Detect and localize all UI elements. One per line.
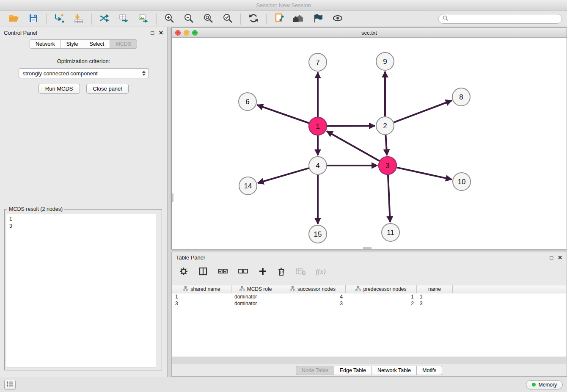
tab-network[interactable]: Network — [30, 39, 61, 49]
table-scrollbar[interactable] — [172, 357, 566, 364]
save-session-button[interactable] — [25, 12, 42, 26]
graph-node-1[interactable]: 1 — [309, 117, 327, 135]
import-table-file-button[interactable] — [70, 12, 88, 26]
apply-layout-button[interactable] — [245, 12, 262, 26]
create-column-button[interactable] — [258, 265, 267, 278]
main-toolbar — [0, 11, 567, 27]
open-folder-icon — [8, 13, 19, 25]
import-network-file-button[interactable] — [50, 12, 68, 26]
graph-node-2[interactable]: 2 — [376, 117, 394, 135]
graph-node-14[interactable]: 14 — [239, 177, 257, 195]
maximize-window-icon[interactable]: + — [192, 30, 198, 36]
tab-select[interactable]: Select — [84, 39, 110, 49]
graph-edge-3-10[interactable] — [396, 168, 451, 179]
toolbar-separator — [91, 14, 92, 25]
graph-edge-1-2[interactable] — [327, 126, 375, 126]
graph-node-3[interactable]: 3 — [379, 157, 396, 174]
control-panel-tabs: Network Style Select MCDS — [0, 39, 167, 49]
tab-network-table[interactable]: Network Table — [372, 366, 417, 375]
close-panel-button[interactable]: Close panel — [86, 84, 129, 94]
optimization-criterion-select[interactable]: strongly connected component — [19, 68, 149, 78]
table-cell: 3 — [280, 301, 346, 306]
table-row[interactable]: 3dominator323 — [172, 300, 566, 307]
graph-edge-1-6[interactable] — [257, 105, 309, 123]
column-header-successor-nodes[interactable]: successor nodes — [280, 285, 346, 293]
zoom-out-icon — [183, 13, 194, 25]
tab-edge-table[interactable]: Edge Table — [334, 366, 372, 375]
mcds-result-list[interactable]: 1 3 — [6, 214, 156, 368]
column-type-icon — [239, 286, 245, 293]
search-input[interactable] — [451, 16, 558, 22]
table-cell: 1 — [417, 294, 453, 300]
column-header-shared-name[interactable]: shared name — [172, 285, 231, 293]
float-panel-icon[interactable]: □ — [151, 30, 154, 36]
export-image-icon — [138, 13, 149, 25]
column-header-name[interactable]: name — [417, 285, 453, 293]
graph-edge-4-14[interactable] — [258, 168, 309, 183]
graph-edge-3-1[interactable] — [327, 131, 380, 161]
network-window-titlebar[interactable]: scc.txt × − + — [172, 28, 567, 38]
table-row[interactable]: 1dominator411 — [172, 293, 566, 300]
selected-criterion: strongly connected component — [23, 70, 98, 77]
float-table-panel-icon[interactable]: □ — [550, 255, 553, 260]
dropdown-arrows-icon — [142, 71, 146, 76]
select-all-columns-button[interactable] — [217, 265, 228, 278]
zoom-selected-button[interactable] — [219, 12, 237, 26]
column-header-mcds-role[interactable]: MCDS role — [231, 285, 280, 293]
column-label: shared name — [190, 286, 220, 292]
table-settings-button[interactable] — [179, 265, 189, 278]
table-cell: 1 — [172, 294, 231, 300]
graph-edge-3-11[interactable] — [388, 175, 390, 222]
column-header-predecessor-nodes[interactable]: predecessor nodes — [346, 285, 417, 293]
minimize-window-icon[interactable]: − — [184, 30, 189, 36]
refresh-icon — [248, 13, 259, 25]
delete-table-button[interactable] — [295, 265, 306, 278]
columns-icon — [198, 266, 208, 278]
zoom-in-button[interactable] — [160, 12, 178, 26]
graph-node-9[interactable]: 9 — [376, 52, 394, 70]
function-builder-button[interactable]: f(x) — [316, 265, 326, 278]
memory-status-icon — [532, 383, 536, 386]
close-table-panel-icon[interactable]: ✕ — [558, 255, 562, 260]
graph-node-10[interactable]: 10 — [453, 173, 471, 190]
graph-node-11[interactable]: 11 — [382, 224, 399, 241]
new-network-button[interactable] — [96, 12, 113, 26]
network-arrows-icon — [99, 13, 110, 25]
style-button[interactable] — [309, 12, 327, 26]
unselect-all-columns-button[interactable] — [238, 265, 249, 278]
delete-column-button[interactable] — [277, 265, 286, 278]
network-table-button[interactable] — [115, 12, 133, 26]
gear-icon — [179, 266, 189, 278]
horizontal-scroll-hint[interactable] — [363, 247, 372, 249]
close-window-icon[interactable]: × — [175, 30, 181, 36]
tab-node-table[interactable]: Node Table — [296, 366, 334, 375]
network-graph[interactable]: 7968124314101511 — [172, 38, 567, 249]
zoom-fit-button[interactable] — [199, 12, 217, 26]
tab-style[interactable]: Style — [61, 39, 84, 49]
graph-node-6[interactable]: 6 — [239, 93, 256, 110]
table-panel-header: Table Panel □ ✕ — [172, 252, 567, 263]
show-graphics-button[interactable] — [329, 12, 347, 26]
vertical-scroll-hint[interactable] — [172, 193, 173, 202]
tab-mcds[interactable]: MCDS — [110, 39, 137, 49]
graph-node-15[interactable]: 15 — [309, 225, 327, 243]
graph-node-8[interactable]: 8 — [452, 88, 470, 106]
search-box[interactable] — [438, 14, 562, 24]
fx-icon: f(x) — [316, 268, 326, 276]
network-canvas[interactable]: 7968124314101511 — [172, 38, 567, 249]
close-panel-icon[interactable]: ✕ — [159, 30, 163, 36]
export-image-button[interactable] — [135, 12, 152, 26]
graph-node-7[interactable]: 7 — [309, 53, 327, 71]
graph-node-4[interactable]: 4 — [309, 157, 327, 174]
memory-button[interactable]: Memory — [526, 380, 563, 389]
graph-edge-2-3[interactable] — [385, 135, 387, 155]
tab-motifs[interactable]: Motifs — [416, 366, 442, 375]
zoom-out-button[interactable] — [180, 12, 198, 26]
home-button[interactable] — [290, 12, 308, 26]
show-columns-button[interactable] — [198, 265, 208, 278]
clipboard-network-button[interactable] — [270, 12, 288, 26]
run-mcds-button[interactable]: Run MCDS — [39, 84, 80, 94]
open-file-button[interactable] — [5, 12, 23, 26]
graph-edge-2-8[interactable] — [394, 100, 452, 122]
show-panel-list-button[interactable] — [4, 380, 16, 390]
